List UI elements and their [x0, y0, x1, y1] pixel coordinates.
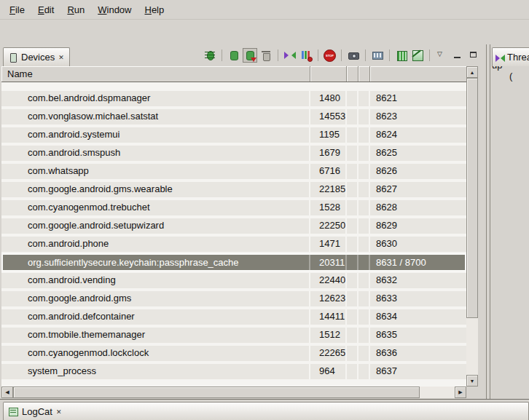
- tab-threads[interactable]: Threa ✕: [492, 47, 529, 66]
- table-row[interactable]: com.vonglasow.michael.satstat145538623: [1, 108, 466, 126]
- capture-systrace-icon[interactable]: [395, 49, 408, 62]
- column-header-empty[interactable]: [358, 66, 370, 82]
- debug-process-icon[interactable]: [203, 49, 216, 62]
- process-port: 8625: [370, 146, 466, 161]
- process-pid: 22185: [310, 182, 347, 197]
- dump-hprof-icon[interactable]: [243, 49, 256, 62]
- toolbar-separator: [318, 49, 318, 61]
- process-name: com.whatsapp: [1, 164, 310, 179]
- process-port: 8624: [370, 127, 466, 143]
- stop-process-icon[interactable]: STOP: [324, 49, 336, 62]
- process-port: 8631 / 8700: [370, 253, 466, 272]
- vertical-scrollbar-thumb[interactable]: [466, 78, 478, 318]
- menu-help-label: H: [144, 4, 151, 15]
- scroll-up-icon[interactable]: ▲: [466, 66, 478, 78]
- menu-edit[interactable]: Edit: [31, 1, 60, 18]
- toolbar-separator: [222, 49, 222, 61]
- menu-run[interactable]: Run: [60, 1, 91, 18]
- process-name: com.google.android.gms: [1, 291, 310, 306]
- opengl-trace-icon[interactable]: [411, 49, 424, 62]
- process-port: 8629: [370, 218, 466, 234]
- process-pid: 12623: [310, 291, 347, 306]
- process-port: 8630: [370, 237, 466, 252]
- horizontal-scrollbar-track[interactable]: [13, 387, 455, 398]
- table-row[interactable]: com.whatsapp67168626: [1, 162, 466, 181]
- menu-run-label: R: [67, 4, 74, 15]
- process-name: com.google.android.gms.wearable: [1, 182, 310, 197]
- table-row[interactable]: com.cyanogenmod.lockclock222658636: [1, 344, 466, 362]
- cause-gc-icon[interactable]: [259, 49, 273, 62]
- menu-window[interactable]: Window: [91, 1, 138, 18]
- process-pid: 22250: [310, 218, 347, 234]
- view-menu-icon[interactable]: [435, 49, 448, 62]
- empty-cell: [358, 200, 370, 215]
- empty-cell: [347, 253, 358, 272]
- empty-cell: [358, 91, 370, 106]
- table-row[interactable]: com.android.smspush16798625: [1, 144, 466, 162]
- device-table-rows: com.bel.android.dspmanager14808621com.vo…: [1, 82, 466, 387]
- threads-view-header: Threa ✕: [490, 44, 529, 66]
- close-icon[interactable]: ✕: [55, 408, 63, 416]
- table-row[interactable]: com.google.android.setupwizard222508629: [1, 217, 466, 235]
- scrollbar-corner: [466, 387, 478, 398]
- menu-file-label-rest: ile: [15, 4, 25, 15]
- column-header-pid[interactable]: [310, 66, 347, 82]
- table-row[interactable]: com.android.vending224408632: [1, 272, 466, 290]
- minimize-icon[interactable]: [451, 49, 464, 62]
- menu-file[interactable]: File: [3, 1, 31, 18]
- close-icon[interactable]: ✕: [58, 54, 65, 61]
- process-port: 8637: [370, 364, 466, 379]
- screen-record-icon[interactable]: [371, 49, 384, 62]
- table-row[interactable]: com.google.android.gms.wearable221858627: [1, 181, 466, 199]
- menu-help[interactable]: Help: [138, 1, 171, 18]
- empty-cell: [347, 218, 358, 234]
- column-header-port[interactable]: [370, 66, 466, 82]
- empty-cell: [347, 237, 358, 252]
- table-row[interactable]: com.google.android.gms126238633: [1, 290, 466, 308]
- process-port: 8627: [370, 182, 466, 197]
- empty-cell: [358, 127, 370, 143]
- vertical-scrollbar[interactable]: ▲ ▼: [466, 66, 478, 387]
- horizontal-scrollbar[interactable]: ◀ ▶: [1, 387, 466, 398]
- empty-cell: [358, 146, 370, 161]
- table-row[interactable]: system_process9648637: [1, 362, 466, 381]
- process-pid: 20311: [310, 253, 347, 272]
- table-row[interactable]: org.sufficientlysecure.keychain:passphra…: [1, 253, 466, 272]
- scroll-left-icon[interactable]: ◀: [1, 387, 13, 398]
- empty-cell: [358, 109, 370, 124]
- process-name: com.android.vending: [1, 273, 310, 288]
- process-port: 8634: [370, 309, 466, 325]
- empty-cell: [358, 164, 370, 179]
- table-row[interactable]: com.android.phone14718630: [1, 235, 466, 253]
- tab-devices[interactable]: Devices ✕: [3, 47, 70, 66]
- table-row[interactable]: com.cyanogenmod.trebuchet15288628: [1, 199, 466, 217]
- threads-icon: [495, 52, 506, 63]
- screen-capture-icon[interactable]: [347, 49, 360, 62]
- process-port: 8632: [370, 273, 466, 288]
- method-profiling-icon[interactable]: [299, 49, 313, 62]
- tab-logcat[interactable]: LogCat ✕: [3, 402, 529, 420]
- empty-cell: [358, 182, 370, 197]
- tab-devices-label: Devices: [21, 52, 55, 63]
- threads-view: Threa ✕ Thread up (: [490, 44, 529, 399]
- table-row[interactable]: com.bel.android.dspmanager14808621: [1, 90, 466, 108]
- column-header-name[interactable]: Name: [1, 66, 310, 82]
- update-heap-icon[interactable]: [227, 49, 240, 62]
- maximize-icon[interactable]: [467, 49, 480, 62]
- process-name: com.bel.android.dspmanager: [1, 91, 310, 106]
- devices-toolbar: STOP: [203, 49, 486, 66]
- menu-window-label-rest: indow: [107, 4, 132, 15]
- table-row[interactable]: com.android.defcontainer144118634: [1, 308, 466, 326]
- scroll-right-icon[interactable]: ▶: [455, 387, 466, 398]
- empty-cell: [347, 346, 358, 361]
- horizontal-scrollbar-thumb[interactable]: [13, 387, 420, 398]
- table-row[interactable]: com.android.systemui11958624: [1, 126, 466, 144]
- update-threads-icon[interactable]: [283, 49, 297, 62]
- menu-edit-label: E: [38, 4, 44, 15]
- table-row[interactable]: com.tmobile.thememanager15128635: [1, 326, 466, 344]
- scroll-down-icon[interactable]: ▼: [466, 375, 478, 387]
- empty-cell: [358, 328, 370, 343]
- column-header-empty[interactable]: [347, 66, 358, 82]
- empty-cell: [347, 91, 358, 106]
- empty-cell: [358, 346, 370, 361]
